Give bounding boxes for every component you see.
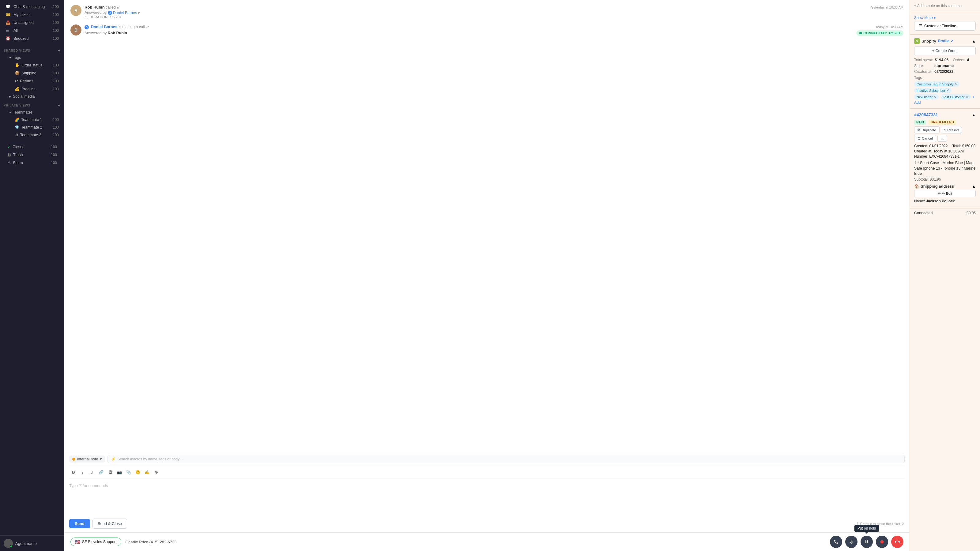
channel-flag: 🇺🇸: [75, 539, 80, 544]
shopify-header[interactable]: S Shopify Profile ↗ ▲: [914, 38, 976, 44]
sidebar-item-product[interactable]: 💰 Product 100: [11, 85, 62, 93]
macro-search-bar[interactable]: ⚡: [108, 455, 905, 463]
caller-info: Charlie Price (415) 282-6733: [126, 540, 177, 544]
chevron-up-icon2: ▲: [972, 113, 976, 117]
shared-views-header: SHARED VIEWS +: [0, 45, 64, 54]
customer-timeline-button[interactable]: ☰ Customer Timeline: [914, 21, 976, 30]
close-hint-dismiss[interactable]: ✕: [902, 522, 905, 526]
call-direction-1: ↙: [117, 5, 120, 10]
edit-button[interactable]: ✏ ✏ Edit: [914, 190, 976, 197]
cancel-button[interactable]: ⊘ Cancel: [914, 135, 936, 142]
sidebar: 💬 Chat & messaging 100 🎫 My tickets 100 …: [0, 0, 64, 551]
transfer-button[interactable]: [830, 536, 842, 548]
reply-box: Internal note ▾ ⚡ B I U 🔗 🖼 📷 📎 😊 ✍ ⊕: [64, 451, 910, 532]
remove-tag-2[interactable]: ✕: [946, 89, 949, 92]
send-row: Send Send & Close ℹ Press c to close the…: [69, 519, 905, 529]
signature-button[interactable]: ✍: [143, 468, 151, 476]
tag-chip-1: Customer Tag In Shopify ✕: [914, 81, 959, 87]
shipping-header[interactable]: 🏠 Shipping address ▲: [914, 184, 976, 189]
call-action-1: called: [106, 5, 117, 10]
chevron-down-icon: ▾: [9, 56, 11, 60]
ticket-icon: 🎫: [5, 12, 11, 17]
tag-chip-2: Inactive Subscriber ✕: [914, 88, 951, 93]
tags-group[interactable]: ▾ Tags: [5, 54, 64, 61]
reply-type-button[interactable]: Internal note ▾: [69, 456, 105, 462]
hangup-button[interactable]: [891, 536, 904, 548]
chevron-down-icon3: ▾: [100, 457, 102, 461]
italic-button[interactable]: I: [78, 468, 87, 476]
call-action-2: is making a call: [119, 25, 146, 29]
internal-note-dot: [72, 457, 75, 461]
send-close-button[interactable]: Send & Close: [92, 519, 127, 529]
social-media-group[interactable]: ▸ Social media: [5, 93, 64, 100]
image-button[interactable]: 🖼: [106, 468, 115, 476]
sidebar-item-shipping[interactable]: 📦 Shipping 100: [11, 69, 62, 77]
private-views-add[interactable]: +: [58, 103, 60, 108]
underline-button[interactable]: U: [88, 468, 96, 476]
main-content: R Rob Rubin called ↙ Yesterday at 10:33 …: [64, 0, 910, 551]
sidebar-item-teammate-3[interactable]: 🖥 Teammate 3 100: [11, 131, 62, 139]
more-button[interactable]: ...: [937, 135, 947, 142]
bold-button[interactable]: B: [69, 468, 78, 476]
sidebar-item-trash[interactable]: 🗑 Trash 100: [4, 151, 60, 159]
show-more-button[interactable]: Show More ▾: [914, 16, 935, 20]
emoji-button[interactable]: 😊: [134, 468, 142, 476]
connected-status: Connected 00:05: [910, 208, 980, 218]
shared-views-add[interactable]: +: [58, 48, 60, 53]
snoozed-icon: ⏰: [5, 36, 11, 41]
add-note-section: + Add a note on this customer: [910, 0, 980, 12]
record-button[interactable]: [876, 536, 888, 548]
more-options-button[interactable]: ⊕: [152, 468, 161, 476]
order-id[interactable]: #420847331: [914, 112, 938, 117]
sidebar-item-order-status[interactable]: ✋ Order status 100: [11, 61, 62, 69]
dollar-icon: $: [944, 128, 946, 132]
all-icon: ☰: [5, 28, 11, 33]
conversation-body: R Rob Rubin called ↙ Yesterday at 10:33 …: [64, 0, 910, 451]
link-button[interactable]: 🔗: [97, 468, 105, 476]
create-order-button[interactable]: + Create Order: [914, 46, 976, 56]
remove-tag-1[interactable]: ✕: [954, 82, 957, 86]
order-header[interactable]: #420847331 ▲: [914, 112, 976, 117]
conv-content-1: Rob Rubin called ↙ Yesterday at 10:33 AM…: [84, 5, 904, 19]
video-button[interactable]: 📷: [115, 468, 124, 476]
sidebar-item-teammate-1[interactable]: 🌈 Teammate 1 100: [11, 116, 62, 123]
sidebar-item-unassigned[interactable]: 📥 Unassigned 100: [2, 19, 62, 26]
send-button[interactable]: Send: [69, 519, 90, 528]
macro-search-input[interactable]: [118, 457, 902, 461]
order-section: #420847331 ▲ PAID UNFULFILLED ⧉ Duplicat…: [910, 109, 980, 208]
chevron-right-icon: ▸: [9, 94, 11, 98]
sidebar-item-returns[interactable]: ↩ Returns 100: [11, 77, 62, 85]
order-badges: PAID UNFULFILLED: [914, 120, 976, 125]
teammates-group[interactable]: ▾ Teammates: [5, 109, 64, 116]
teammate1-icon: 🌈: [15, 118, 19, 122]
caller-name-2: Daniel Barnes: [91, 24, 118, 29]
profile-link[interactable]: Profile ↗: [938, 39, 953, 43]
sidebar-item-snoozed[interactable]: ⏰ Snoozed 100: [2, 35, 62, 42]
sidebar-item-closed[interactable]: ✓ Closed 100: [4, 143, 60, 151]
remove-tag-3[interactable]: ✕: [934, 95, 936, 99]
hold-button[interactable]: Put on hold: [861, 536, 873, 548]
show-more-section: Show More ▾ ☰ Customer Timeline: [910, 12, 980, 35]
remove-tag-4[interactable]: ✕: [966, 95, 968, 99]
sidebar-item-chat-messaging[interactable]: 💬 Chat & messaging 100: [2, 3, 62, 10]
reply-textarea[interactable]: [69, 481, 905, 518]
duplicate-button[interactable]: ⧉ Duplicate: [914, 126, 940, 133]
mute-button[interactable]: [845, 536, 858, 548]
chevron-down-icon4: ▾: [934, 16, 935, 20]
caller-name: Charlie Price: [126, 540, 148, 544]
product-line: 1 * Sport Case - Marine Blue | Mag-Safe …: [914, 160, 976, 176]
private-views-header: PRIVATE VIEWS +: [0, 100, 64, 109]
chevron-down-icon2: ▾: [9, 110, 11, 114]
connected-badge: CONNECTED: 1m 20s: [856, 30, 904, 36]
conversation-item-2: D D Daniel Barnes is making a call ↗ Tod…: [70, 24, 904, 36]
sidebar-item-all[interactable]: ☰ All 100: [2, 27, 62, 34]
call-time-2: Today at 10:33 AM: [875, 25, 904, 29]
sidebar-item-spam[interactable]: ⚠ Spam 100: [4, 159, 60, 167]
sidebar-item-my-tickets[interactable]: 🎫 My tickets 100: [2, 11, 62, 18]
attachment-button[interactable]: 📎: [124, 468, 133, 476]
refund-button[interactable]: $ Refund: [941, 127, 962, 133]
sidebar-item-teammate-2[interactable]: 💎 Teammate 2 100: [11, 124, 62, 131]
duration-1: ⏱ DURATION: 1m 20s: [84, 15, 904, 19]
conv-content-2: D Daniel Barnes is making a call ↗ Today…: [84, 24, 904, 36]
timeline-icon: ☰: [919, 24, 923, 28]
